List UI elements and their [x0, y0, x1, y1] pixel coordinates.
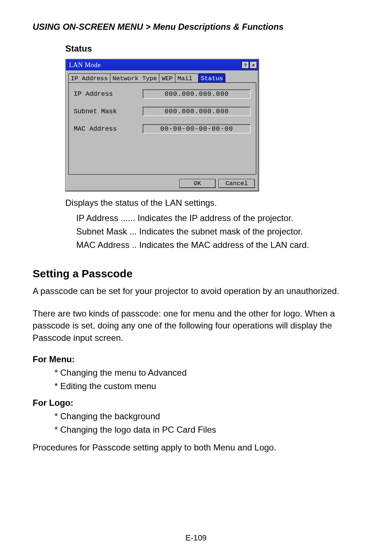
close-button[interactable]: ×: [250, 61, 257, 69]
def-term: IP Address: [76, 211, 118, 225]
def-desc: Indicates the MAC address of the LAN car…: [139, 238, 309, 252]
dialog-body: IP Address 000.000.000.000 Subnet Mask 0…: [68, 82, 256, 175]
list-item: * Changing the menu to Advanced: [54, 366, 359, 379]
help-button[interactable]: ?: [242, 61, 249, 69]
for-logo-label: For Logo:: [33, 398, 359, 408]
field-value-mac: 00-00-00-00-00-00: [143, 124, 251, 134]
breadcrumb-sep: >: [146, 22, 151, 32]
dialog-footer: OK Cancel: [66, 177, 258, 191]
dialog-tabs: IP Address Network Type WEP Mail Status: [66, 70, 258, 82]
breadcrumb: USING ON-SCREEN MENU > Menu Descriptions…: [33, 22, 359, 32]
field-row-mac: MAC Address 00-00-00-00-00-00: [74, 124, 251, 134]
def-desc: Indicates the subnet mask of the project…: [139, 225, 303, 238]
dialog-title: LAN Mode: [69, 61, 101, 69]
ok-button[interactable]: OK: [179, 179, 216, 188]
passcode-para-1: A passcode can be set for your projector…: [33, 285, 359, 297]
cancel-button[interactable]: Cancel: [219, 179, 255, 188]
def-desc: Indicates the IP address of the projecto…: [138, 211, 293, 225]
field-row-ip: IP Address 000.000.000.000: [74, 89, 251, 99]
list-item: * Editing the custom menu: [54, 379, 359, 393]
tab-mail[interactable]: Mail: [175, 73, 199, 82]
tab-status[interactable]: Status: [198, 73, 225, 82]
for-logo-list: * Changing the background * Changing the…: [54, 409, 359, 436]
for-menu-list: * Changing the menu to Advanced * Editin…: [54, 366, 359, 393]
section-heading-status: Status: [65, 44, 359, 54]
tab-ip-address[interactable]: IP Address: [68, 73, 110, 82]
field-value-subnet: 000.000.000.000: [143, 107, 251, 116]
field-value-ip: 000.000.000.000: [143, 89, 251, 99]
breadcrumb-right: Menu Descriptions & Functions: [153, 22, 283, 32]
heading-setting-passcode: Setting a Passcode: [33, 268, 359, 280]
field-label-ip: IP Address: [74, 90, 143, 98]
tab-network-type[interactable]: Network Type: [110, 73, 159, 82]
dialog-titlebar: LAN Mode ? ×: [66, 60, 258, 70]
def-ip: IP Address ...... Indicates the IP addre…: [76, 211, 359, 225]
field-label-subnet: Subnet Mask: [74, 108, 143, 115]
for-menu-label: For Menu:: [33, 354, 359, 364]
def-subnet: Subnet Mask ... Indicates the subnet mas…: [76, 225, 359, 238]
def-term: MAC Address: [76, 238, 130, 252]
tab-wep[interactable]: WEP: [159, 73, 175, 82]
definitions-list: IP Address ...... Indicates the IP addre…: [76, 211, 359, 252]
page-number: E-109: [0, 533, 392, 543]
passcode-para-2: There are two kinds of passcode: one for…: [33, 307, 359, 344]
def-dots: ......: [118, 211, 138, 225]
def-dots: ..: [130, 238, 139, 252]
field-row-subnet: Subnet Mask 000.000.000.000: [74, 107, 251, 116]
list-item: * Changing the background: [54, 409, 359, 423]
def-term: Subnet Mask: [76, 225, 127, 238]
closing-note: Procedures for Passcode setting apply to…: [33, 441, 359, 454]
def-dots: ...: [127, 225, 139, 238]
status-description: Displays the status of the LAN settings.: [65, 197, 359, 209]
lan-mode-dialog: LAN Mode ? × IP Address Network Type WEP…: [65, 59, 259, 192]
field-label-mac: MAC Address: [74, 125, 143, 132]
breadcrumb-left: USING ON-SCREEN MENU: [33, 22, 143, 32]
list-item: * Changing the logo data in PC Card File…: [54, 423, 359, 436]
def-mac: MAC Address .. Indicates the MAC address…: [76, 238, 359, 252]
